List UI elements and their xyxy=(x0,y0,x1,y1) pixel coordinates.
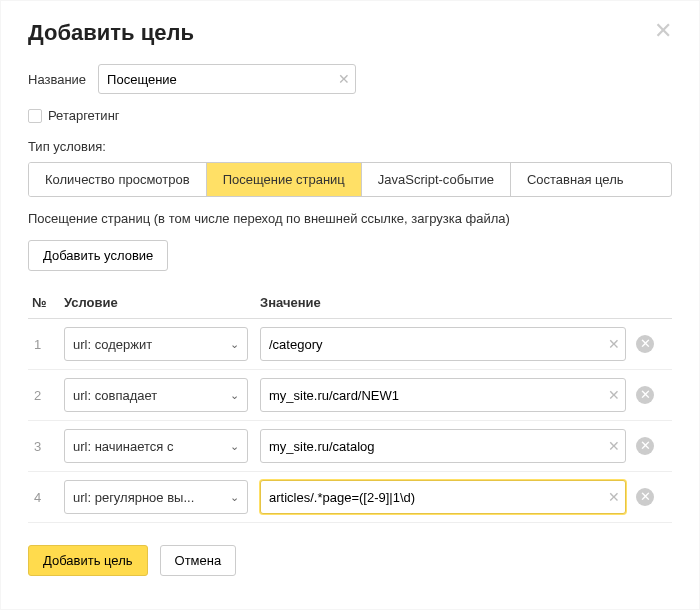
delete-row-button[interactable]: ✕ xyxy=(636,488,654,506)
value-input[interactable] xyxy=(260,429,626,463)
col-num-header: № xyxy=(28,295,64,310)
clear-value-icon[interactable]: ✕ xyxy=(608,438,620,454)
tab-0[interactable]: Количество просмотров xyxy=(29,163,207,196)
table-row: 2url: совпадает⌄✕✕ xyxy=(28,370,672,421)
col-condition-header: Условие xyxy=(64,295,260,310)
add-condition-button[interactable]: Добавить условие xyxy=(28,240,168,271)
submit-button[interactable]: Добавить цель xyxy=(28,545,148,576)
retargeting-checkbox[interactable] xyxy=(28,109,42,123)
row-number: 1 xyxy=(28,337,64,352)
condition-select[interactable]: url: содержит⌄ xyxy=(64,327,248,361)
name-input[interactable] xyxy=(98,64,356,94)
delete-row-button[interactable]: ✕ xyxy=(636,437,654,455)
name-label: Название xyxy=(28,72,86,87)
table-header: № Условие Значение xyxy=(28,295,672,319)
chevron-down-icon: ⌄ xyxy=(230,440,239,453)
clear-value-icon[interactable]: ✕ xyxy=(608,387,620,403)
col-value-header: Значение xyxy=(260,295,636,310)
condition-select[interactable]: url: начинается с⌄ xyxy=(64,429,248,463)
delete-row-button[interactable]: ✕ xyxy=(636,335,654,353)
tab-description: Посещение страниц (в том числе переход п… xyxy=(28,211,672,226)
row-number: 4 xyxy=(28,490,64,505)
modal-footer: Добавить цель Отмена xyxy=(28,545,672,576)
row-number: 3 xyxy=(28,439,64,454)
condition-select[interactable]: url: регулярное вы...⌄ xyxy=(64,480,248,514)
condition-select-text: url: содержит xyxy=(73,337,152,352)
cancel-button[interactable]: Отмена xyxy=(160,545,237,576)
condition-select-text: url: начинается с xyxy=(73,439,174,454)
table-row: 3url: начинается с⌄✕✕ xyxy=(28,421,672,472)
retargeting-label: Ретаргетинг xyxy=(48,108,120,123)
delete-row-button[interactable]: ✕ xyxy=(636,386,654,404)
conditions-table: № Условие Значение 1url: содержит⌄✕✕2url… xyxy=(28,295,672,523)
close-icon[interactable]: ✕ xyxy=(654,20,672,42)
condition-type-tabs: Количество просмотровПосещение страницJa… xyxy=(28,162,672,197)
tab-1[interactable]: Посещение страниц xyxy=(207,163,362,196)
row-number: 2 xyxy=(28,388,64,403)
modal-title: Добавить цель xyxy=(28,20,194,46)
tab-3[interactable]: Составная цель xyxy=(511,163,640,196)
value-input[interactable] xyxy=(260,378,626,412)
condition-select-text: url: регулярное вы... xyxy=(73,490,194,505)
clear-value-icon[interactable]: ✕ xyxy=(608,336,620,352)
chevron-down-icon: ⌄ xyxy=(230,491,239,504)
condition-select[interactable]: url: совпадает⌄ xyxy=(64,378,248,412)
add-goal-modal: Добавить цель ✕ Название ✕ Ретаргетинг Т… xyxy=(0,0,700,596)
tab-2[interactable]: JavaScript-событие xyxy=(362,163,511,196)
table-row: 1url: содержит⌄✕✕ xyxy=(28,319,672,370)
clear-name-icon[interactable]: ✕ xyxy=(338,71,350,87)
condition-select-text: url: совпадает xyxy=(73,388,157,403)
chevron-down-icon: ⌄ xyxy=(230,389,239,402)
table-row: 4url: регулярное вы...⌄✕✕ xyxy=(28,472,672,523)
value-input[interactable] xyxy=(260,480,626,514)
clear-value-icon[interactable]: ✕ xyxy=(608,489,620,505)
value-input[interactable] xyxy=(260,327,626,361)
chevron-down-icon: ⌄ xyxy=(230,338,239,351)
condition-type-label: Тип условия: xyxy=(28,139,672,154)
